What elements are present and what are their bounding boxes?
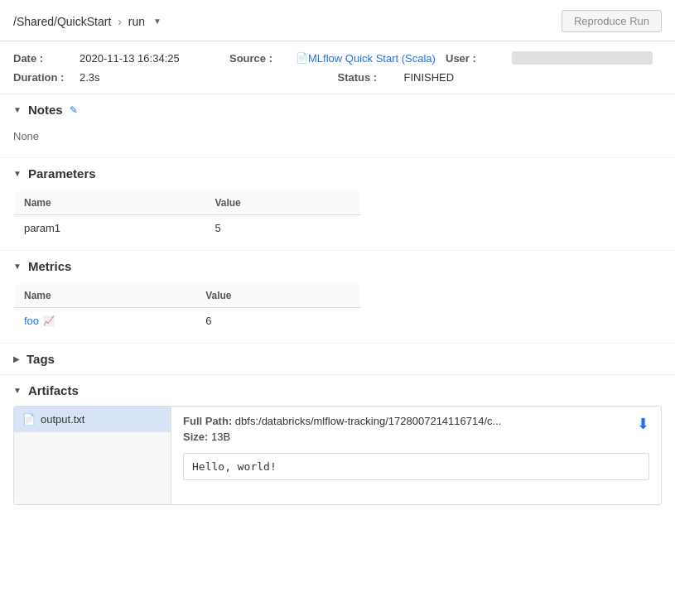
artifacts-section: ▼ Artifacts 📄 output.txt Full Path: dbfs… [0, 375, 675, 505]
metric-col-name: Name [14, 284, 196, 308]
artifact-details: Full Path: dbfs:/databricks/mlflow-track… [171, 407, 661, 504]
tags-header[interactable]: ▶ Tags [13, 352, 662, 366]
metric-chart-icon: 📈 [43, 315, 55, 326]
metric-foo-link[interactable]: foo 📈 [24, 315, 186, 327]
notes-edit-icon[interactable]: ✎ [70, 104, 78, 116]
notes-value: None [13, 127, 662, 149]
source-label: Source : [229, 52, 296, 65]
metrics-header[interactable]: ▼ Metrics [13, 259, 662, 273]
date-value: 2020-11-13 16:34:25 [80, 52, 180, 65]
full-path-label: Full Path: [183, 415, 232, 427]
duration-label: Duration : [13, 71, 80, 84]
metrics-section: ▼ Metrics Name Value foo 📈 6 [0, 251, 675, 344]
notes-title: Notes [28, 103, 63, 117]
date-label: Date : [13, 52, 80, 65]
status-label: Status : [338, 71, 404, 84]
parameters-title: Parameters [28, 166, 96, 180]
page-header: /Shared/QuickStart › run ▼ Reproduce Run [0, 0, 675, 41]
parameters-collapse-icon: ▼ [13, 169, 22, 178]
user-label: User : [446, 52, 512, 65]
size-label: Size: [183, 431, 208, 443]
notes-header[interactable]: ▼ Notes ✎ [13, 103, 662, 117]
metric-name-cell[interactable]: foo 📈 [14, 308, 196, 334]
tags-title: Tags [27, 352, 55, 366]
metric-foo-label: foo [24, 315, 39, 327]
artifacts-header[interactable]: ▼ Artifacts [13, 383, 662, 397]
artifact-size: Size: 13B [183, 431, 649, 443]
preview-content: Hello, world! [192, 460, 277, 473]
metrics-table: Name Value foo 📈 6 [13, 283, 361, 334]
notes-collapse-icon: ▼ [13, 105, 22, 114]
status-value: FINISHED [404, 71, 455, 84]
notes-section: ▼ Notes ✎ None [0, 94, 675, 158]
meta-row-duration: Duration : 2.3s Status : FINISHED [13, 71, 662, 84]
tags-section: ▶ Tags [0, 344, 675, 375]
file-tree: 📄 output.txt [14, 407, 171, 504]
full-path-value: dbfs:/databricks/mlflow-tracking/1728007… [235, 415, 502, 427]
run-metadata: Date : 2020-11-13 16:34:25 Source : 📄 ML… [0, 41, 675, 94]
param-name-cell: param1 [14, 215, 205, 242]
metric-value-cell: 6 [195, 308, 360, 334]
parameters-header[interactable]: ▼ Parameters [13, 166, 662, 180]
table-row: param1 5 [14, 215, 361, 242]
download-button[interactable]: ⬇ [637, 415, 649, 433]
metrics-collapse-icon: ▼ [13, 262, 22, 271]
breadcrumb: /Shared/QuickStart › run [13, 15, 145, 28]
user-value [512, 51, 653, 65]
file-item-output-txt[interactable]: 📄 output.txt [14, 407, 171, 432]
param-value-cell: 5 [205, 215, 360, 242]
artifacts-content: 📄 output.txt Full Path: dbfs:/databricks… [13, 406, 662, 505]
parameters-section: ▼ Parameters Name Value param1 5 [0, 158, 675, 251]
duration-value: 2.3s [80, 71, 100, 84]
artifact-preview: Hello, world! [183, 453, 649, 480]
artifacts-collapse-icon: ▼ [13, 386, 22, 395]
meta-row-date: Date : 2020-11-13 16:34:25 Source : 📄 ML… [13, 51, 662, 65]
source-file-icon: 📄 [296, 52, 308, 64]
metrics-title: Metrics [28, 259, 72, 273]
param-col-value: Value [205, 191, 360, 215]
metric-col-value: Value [195, 284, 360, 308]
file-icon: 📄 [22, 413, 36, 426]
run-dropdown-icon[interactable]: ▼ [153, 17, 162, 26]
table-row: foo 📈 6 [14, 308, 361, 334]
tags-collapse-icon: ▶ [13, 354, 20, 363]
reproduce-run-button[interactable]: Reproduce Run [562, 10, 662, 32]
file-name: output.txt [41, 413, 84, 426]
param-col-name: Name [14, 191, 205, 215]
size-value: 13B [211, 431, 230, 443]
artifact-path: Full Path: dbfs:/databricks/mlflow-track… [183, 415, 649, 427]
parameters-table: Name Value param1 5 [13, 190, 361, 242]
source-link[interactable]: MLflow Quick Start (Scala) [308, 52, 436, 65]
artifacts-title: Artifacts [28, 383, 79, 397]
